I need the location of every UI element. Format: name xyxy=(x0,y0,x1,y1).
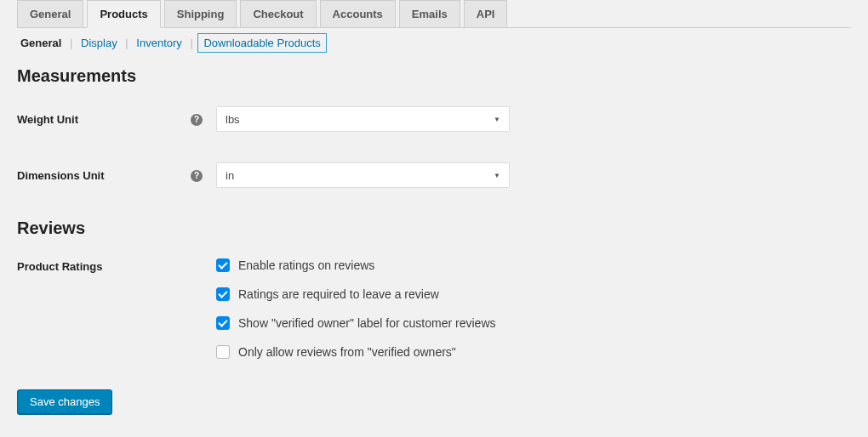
tab-shipping[interactable]: Shipping xyxy=(164,0,237,27)
checkbox-icon xyxy=(216,287,230,301)
dimensions-unit-select[interactable]: in ▼ xyxy=(216,162,510,188)
checkbox-icon xyxy=(216,345,230,359)
save-changes-button[interactable]: Save changes xyxy=(17,389,112,414)
weight-unit-row: Weight Unit ? lbs ▼ xyxy=(17,106,851,132)
tab-accounts[interactable]: Accounts xyxy=(320,0,396,27)
help-icon: ? xyxy=(191,114,203,126)
section-title-measurements: Measurements xyxy=(17,66,851,86)
settings-tabs: General Products Shipping Checkout Accou… xyxy=(17,0,851,28)
dimensions-unit-value: in xyxy=(226,169,234,182)
subtab-downloadable-products[interactable]: Downloadable Products xyxy=(197,33,326,53)
chevron-down-icon: ▼ xyxy=(494,116,500,123)
checkbox-label: Ratings are required to leave a review xyxy=(238,287,439,301)
subtab-inventory[interactable]: Inventory xyxy=(133,35,185,51)
weight-unit-select[interactable]: lbs ▼ xyxy=(216,106,510,132)
checkbox-icon xyxy=(216,316,230,330)
rating-option-verified-only[interactable]: Only allow reviews from "verified owners… xyxy=(216,345,496,359)
checkbox-label: Enable ratings on reviews xyxy=(238,258,374,272)
tab-products[interactable]: Products xyxy=(87,0,160,28)
dimensions-unit-help[interactable]: ? xyxy=(191,168,216,182)
products-subtabs: General | Display | Inventory | Download… xyxy=(17,37,851,49)
section-title-reviews: Reviews xyxy=(17,218,851,238)
product-ratings-options: Enable ratings on reviews Ratings are re… xyxy=(216,258,496,359)
subtab-separator: | xyxy=(190,37,192,49)
tab-general[interactable]: General xyxy=(17,0,83,27)
weight-unit-value: lbs xyxy=(226,113,240,126)
product-ratings-label: Product Ratings xyxy=(17,258,216,273)
weight-unit-label: Weight Unit xyxy=(17,113,191,126)
product-ratings-group: Product Ratings Enable ratings on review… xyxy=(17,258,851,359)
checkbox-label: Only allow reviews from "verified owners… xyxy=(238,345,456,359)
rating-option-required[interactable]: Ratings are required to leave a review xyxy=(216,287,496,301)
dimensions-unit-label: Dimensions Unit xyxy=(17,169,191,182)
subtab-separator: | xyxy=(125,37,128,49)
chevron-down-icon: ▼ xyxy=(494,172,500,179)
dimensions-unit-row: Dimensions Unit ? in ▼ xyxy=(17,162,851,188)
subtab-display[interactable]: Display xyxy=(77,35,121,51)
tab-checkout[interactable]: Checkout xyxy=(240,0,316,27)
tab-emails[interactable]: Emails xyxy=(399,0,460,27)
subtab-general[interactable]: General xyxy=(17,35,65,51)
checkbox-label: Show "verified owner" label for customer… xyxy=(238,316,496,330)
tab-api[interactable]: API xyxy=(464,0,508,27)
help-icon: ? xyxy=(191,170,203,182)
subtab-separator: | xyxy=(70,37,72,49)
weight-unit-help[interactable]: ? xyxy=(191,112,216,126)
rating-option-enable[interactable]: Enable ratings on reviews xyxy=(216,258,496,272)
checkbox-icon xyxy=(216,258,230,272)
rating-option-verified-label[interactable]: Show "verified owner" label for customer… xyxy=(216,316,496,330)
